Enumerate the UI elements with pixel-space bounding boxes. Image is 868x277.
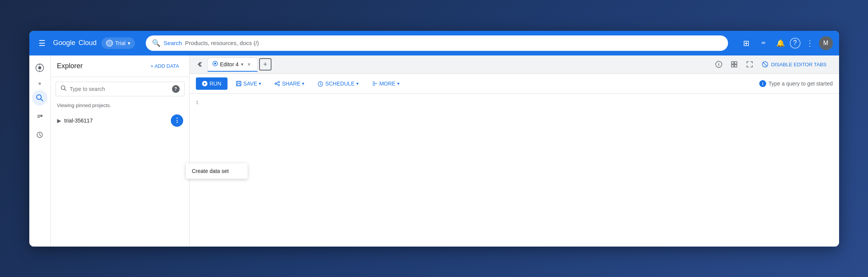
add-tab-button[interactable]: + (259, 58, 271, 71)
disable-editor-tabs-button[interactable]: DISABLE EDITOR TABS (759, 59, 830, 70)
svg-text:i: i (718, 62, 719, 67)
help-button[interactable]: ? (790, 38, 801, 49)
sidebar-icon-bigquery (32, 60, 47, 76)
schedule-dropdown-icon[interactable]: ▾ (356, 81, 359, 86)
run-query-button[interactable]: RUN (196, 77, 228, 90)
project-name-label: trial-356117 (64, 118, 93, 124)
explorer-search-input[interactable] (70, 86, 169, 92)
project-expand-chevron: ▶ (57, 118, 61, 124)
hamburger-menu-button[interactable]: ☰ (35, 35, 49, 51)
svg-point-31 (278, 84, 280, 86)
editor-tab-label: Editor 4 (220, 61, 239, 67)
svg-point-15 (214, 63, 216, 65)
svg-rect-20 (731, 65, 734, 67)
trial-dropdown-icon: ▾ (128, 40, 130, 46)
explorer-header: Explorer + ADD DATA (51, 55, 189, 77)
svg-point-34 (276, 83, 277, 84)
project-row-left: ▶ trial-356117 (57, 118, 93, 124)
user-avatar[interactable]: M (819, 36, 833, 50)
query-editor-content[interactable]: 1 (190, 94, 839, 247)
sidebar-icon-rail (29, 55, 51, 247)
top-navigation: ☰ Google Cloud Trial ▾ 🔍 Search Products… (29, 31, 839, 55)
search-placeholder: Products, resources, docs (/) (185, 40, 259, 46)
save-query-button[interactable]: SAVE ▾ (231, 77, 266, 90)
save-dropdown-icon[interactable]: ▾ (259, 81, 261, 86)
svg-rect-21 (735, 65, 737, 67)
svg-line-13 (64, 89, 66, 91)
share-query-button[interactable]: SHARE ▾ (269, 77, 309, 90)
svg-rect-19 (735, 62, 737, 64)
sidebar-search-button[interactable] (32, 90, 47, 106)
project-row-trial[interactable]: ▶ trial-356117 ⋮ (51, 111, 189, 130)
search-icon: 🔍 (152, 39, 160, 47)
explorer-search-icon (61, 85, 67, 93)
save-button-label: SAVE (243, 81, 257, 87)
svg-point-30 (278, 81, 280, 83)
line-number-1: 1 (196, 100, 199, 106)
editor-toolbar-right: i (713, 58, 836, 71)
svg-point-6 (37, 95, 41, 99)
tab-query-icon (212, 61, 218, 67)
svg-rect-18 (731, 62, 734, 64)
project-context-menu: Create data set (186, 163, 248, 179)
sidebar-dot-indicator (39, 82, 41, 85)
editor-area: Editor 4 ▾ × + i (190, 55, 839, 247)
viewing-pinned-label: Viewing pinned projects. (51, 101, 189, 111)
create-dataset-menu-item[interactable]: Create data set (186, 163, 248, 179)
editor-info-button[interactable]: i (713, 58, 725, 71)
svg-line-7 (41, 99, 43, 101)
sidebar-history-button[interactable] (32, 127, 47, 143)
more-dropdown-icon[interactable]: ▾ (397, 81, 399, 86)
apps-button[interactable]: ⊞ (739, 35, 754, 51)
google-cloud-logo: Google Cloud (53, 39, 97, 47)
svg-line-23 (763, 62, 767, 66)
nav-actions: ⊞ ⌨ 🔔 ? ⋮ M (739, 35, 833, 51)
disable-editor-tabs-label: DISABLE EDITOR TABS (771, 62, 827, 67)
project-context-menu-button[interactable]: ⋮ (171, 114, 183, 127)
share-dropdown-icon[interactable]: ▾ (302, 81, 304, 86)
svg-rect-28 (237, 84, 240, 86)
more-button-label: MORE (379, 81, 396, 87)
explorer-search-box[interactable]: ? (56, 82, 185, 96)
notifications-button[interactable]: 🔔 (773, 35, 788, 51)
add-data-button[interactable]: + ADD DATA (147, 61, 183, 71)
editor-tabs-bar: Editor 4 ▾ × + i (190, 55, 839, 74)
sidebar-compose-button[interactable] (32, 109, 47, 124)
main-content-area: Explorer + ADD DATA ? Viewing pinned pro… (29, 55, 839, 247)
share-button-label: SHARE (282, 81, 300, 87)
trial-icon (106, 40, 113, 47)
add-data-label: + ADD DATA (150, 63, 179, 69)
more-options-query-button[interactable]: MORE ▾ (367, 77, 405, 90)
svg-point-3 (38, 66, 41, 69)
trial-selector[interactable]: Trial ▾ (101, 37, 135, 49)
search-help-icon[interactable]: ? (172, 85, 180, 93)
logo-google-text: Google (53, 39, 76, 47)
trial-label: Trial (115, 40, 126, 46)
query-hint-icon: i (759, 80, 766, 87)
editor-tab-4[interactable]: Editor 4 ▾ × (207, 57, 258, 72)
three-dot-icon: ⋮ (174, 117, 180, 124)
hamburger-icon: ☰ (39, 39, 46, 48)
tab-close-button[interactable]: × (246, 61, 253, 68)
query-hint-text: Type a query to get started (769, 81, 833, 87)
collapse-panel-button[interactable] (193, 58, 206, 71)
search-label: Search (163, 40, 182, 46)
explorer-panel: Explorer + ADD DATA ? Viewing pinned pro… (51, 55, 190, 247)
more-options-button[interactable]: ⋮ (802, 35, 817, 51)
global-search-bar[interactable]: 🔍 Search Products, resources, docs (/) (146, 35, 728, 51)
run-button-label: RUN (210, 81, 221, 87)
cloud-shell-button[interactable]: ⌨ (756, 35, 771, 51)
editor-fullscreen-button[interactable] (743, 58, 756, 71)
svg-point-1 (109, 42, 110, 44)
tab-dropdown-icon[interactable]: ▾ (241, 62, 243, 67)
schedule-button-label: SCHEDULE (325, 81, 354, 87)
logo-cloud-text: Cloud (79, 39, 97, 47)
query-toolbar: RUN SAVE ▾ (190, 74, 839, 94)
main-window: ☰ Google Cloud Trial ▾ 🔍 Search Products… (29, 31, 839, 247)
editor-table-view-button[interactable] (728, 58, 740, 71)
schedule-query-button[interactable]: SCHEDULE ▾ (312, 77, 363, 90)
query-hint: i Type a query to get started (759, 80, 833, 87)
explorer-title: Explorer (57, 62, 83, 70)
